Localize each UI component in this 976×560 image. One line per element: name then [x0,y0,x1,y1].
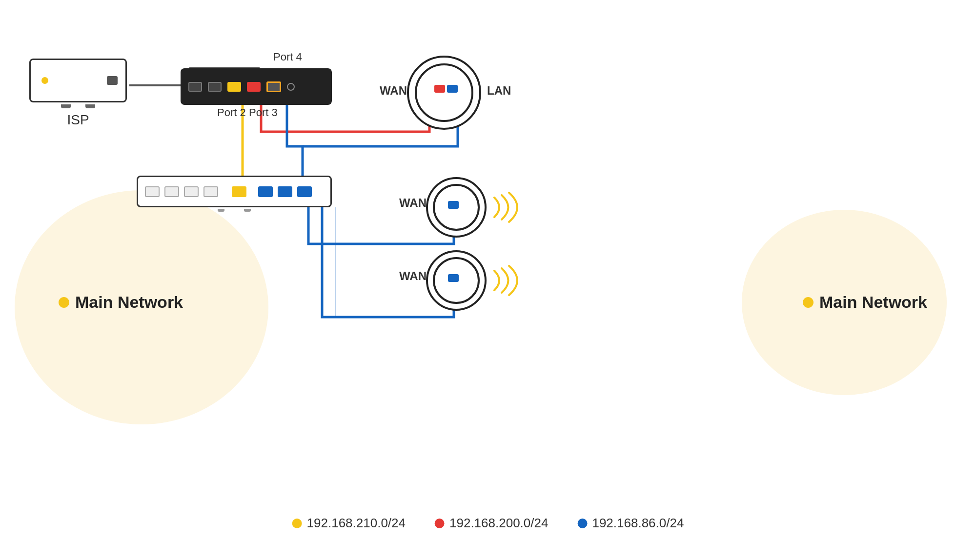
isp-foot-left [61,104,71,108]
sb-foot-left [218,209,224,212]
isp-label: ISP [29,112,127,128]
svg-rect-3 [434,85,445,93]
switch-port-1 [188,82,202,92]
sb-foot-right [244,209,251,212]
port4-label: Port 4 [273,51,302,63]
isp-led [41,77,48,84]
legend-dot [577,519,587,528]
ap2-wan-label: WAN [399,269,427,283]
ap2-svg [425,249,488,312]
legend-text: 192.168.200.0/24 [449,516,548,531]
svg-rect-4 [447,85,458,93]
switch-top: Port 2 Port 3 Port 4 [181,68,332,105]
legend-dot [292,519,302,528]
network-label-right: Main Network [803,293,927,312]
switch-port-4 [266,81,281,92]
sb-port-1 [145,186,160,197]
router-top-wan-label: WAN [380,84,407,98]
ap1-svg [425,176,488,239]
switch-bottom [137,176,332,212]
sb-port-4 [203,186,218,197]
router-top: WAN LAN [405,54,483,134]
switch-port-3 [247,82,261,92]
sb-port-2 [164,186,179,197]
svg-rect-10 [448,274,459,282]
isp-port [107,76,118,85]
ap1-wifi [489,185,524,229]
sb-port-blue-2 [278,186,292,197]
router-top-lan-label: LAN [487,84,511,98]
legend-text: 192.168.86.0/24 [592,516,684,531]
network-dot-left [59,297,69,308]
ap1-wan-label: WAN [399,196,427,210]
svg-point-2 [416,64,472,121]
legend-item: 192.168.210.0/24 [292,516,406,531]
ap2: WAN [425,249,488,314]
isp-device: ISP [29,59,127,128]
ap2-wifi [489,259,524,302]
switch-port-5 [287,83,295,91]
sb-port-yellow [232,186,246,197]
switch-port-2 [227,82,241,92]
network-dot-right [803,297,813,308]
sb-port-blue-3 [297,186,312,197]
legend: 192.168.210.0/24192.168.200.0/24192.168.… [292,516,684,531]
svg-rect-7 [448,201,459,209]
legend-text: 192.168.210.0/24 [307,516,406,531]
legend-dot [435,519,445,528]
isp-foot-right [85,104,95,108]
legend-item: 192.168.86.0/24 [577,516,684,531]
sb-port-blue-1 [258,186,273,197]
switch-port-2-gray [208,82,222,92]
port2-label: Port 2 [217,106,246,119]
port3-label: Port 3 [249,106,278,119]
sb-port-3 [184,186,199,197]
router-top-svg [405,54,483,132]
legend-item: 192.168.200.0/24 [435,516,548,531]
network-label-left: Main Network [59,293,183,312]
ap1: WAN [425,176,488,241]
